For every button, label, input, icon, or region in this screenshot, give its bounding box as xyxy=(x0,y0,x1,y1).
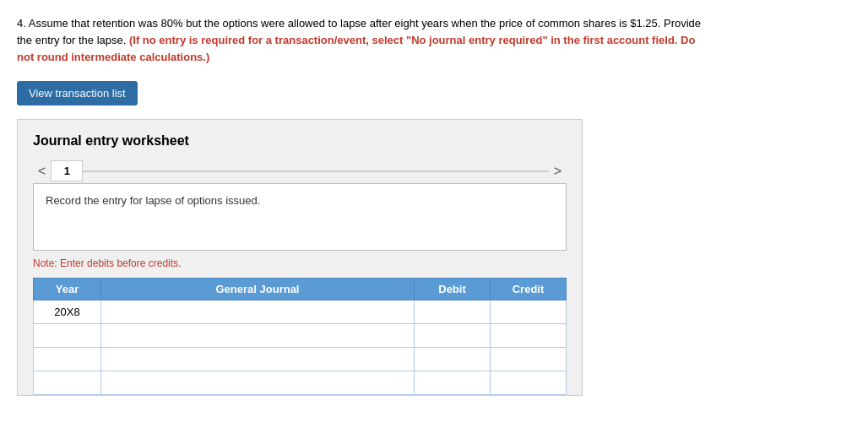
journal-table: Year General Journal Debit Credit 20X8 xyxy=(33,278,567,395)
general-journal-input[interactable] xyxy=(101,300,414,323)
view-transaction-list-button[interactable]: View transaction list xyxy=(17,81,138,106)
general-journal-input[interactable] xyxy=(101,324,414,347)
question-text: 4. Assume that retention was 80% but the… xyxy=(17,15,709,66)
header-credit: Credit xyxy=(491,279,567,300)
year-cell xyxy=(34,348,101,371)
header-general-journal: General Journal xyxy=(101,279,415,300)
credit-cell[interactable] xyxy=(491,300,567,324)
debit-cell[interactable] xyxy=(415,371,491,395)
nav-left-arrow[interactable]: < xyxy=(33,164,51,179)
credit-cell[interactable] xyxy=(491,348,567,371)
year-cell: 20X8 xyxy=(34,300,101,324)
debit-input[interactable] xyxy=(415,324,490,347)
tab-navigation: < 1 > xyxy=(33,160,567,181)
tab-line xyxy=(83,170,548,172)
credit-input[interactable] xyxy=(491,300,566,323)
journal-entry-worksheet: Journal entry worksheet < 1 > Record the… xyxy=(17,119,583,396)
table-row xyxy=(34,348,567,371)
general-journal-cell[interactable] xyxy=(101,324,415,348)
debit-cell[interactable] xyxy=(415,300,491,324)
debit-input[interactable] xyxy=(415,300,490,323)
table-row xyxy=(34,371,567,395)
table-header-row: Year General Journal Debit Credit xyxy=(34,279,567,300)
question-number: 4. xyxy=(17,17,26,30)
year-cell xyxy=(34,371,101,395)
question-block: 4. Assume that retention was 80% but the… xyxy=(17,15,851,66)
general-journal-cell[interactable] xyxy=(101,300,415,324)
general-journal-cell[interactable] xyxy=(101,371,415,395)
debit-input[interactable] xyxy=(415,371,490,394)
note-text: Note: Enter debits before credits. xyxy=(33,257,567,269)
general-journal-input[interactable] xyxy=(101,371,414,394)
credit-cell[interactable] xyxy=(491,371,567,395)
credit-input[interactable] xyxy=(491,371,566,394)
credit-cell[interactable] xyxy=(491,324,567,348)
general-journal-cell[interactable] xyxy=(101,348,415,371)
entry-description: Record the entry for lapse of options is… xyxy=(33,183,567,251)
credit-input[interactable] xyxy=(491,324,566,347)
debit-cell[interactable] xyxy=(415,348,491,371)
credit-input[interactable] xyxy=(491,348,566,371)
header-year: Year xyxy=(34,279,101,300)
table-row: 20X8 xyxy=(34,300,567,324)
worksheet-title: Journal entry worksheet xyxy=(33,133,567,149)
header-debit: Debit xyxy=(415,279,491,300)
current-tab[interactable]: 1 xyxy=(51,160,83,181)
nav-right-arrow[interactable]: > xyxy=(549,164,567,179)
general-journal-input[interactable] xyxy=(101,348,414,371)
debit-cell[interactable] xyxy=(415,324,491,348)
table-row xyxy=(34,324,567,348)
debit-input[interactable] xyxy=(415,348,490,371)
year-cell xyxy=(34,324,101,348)
